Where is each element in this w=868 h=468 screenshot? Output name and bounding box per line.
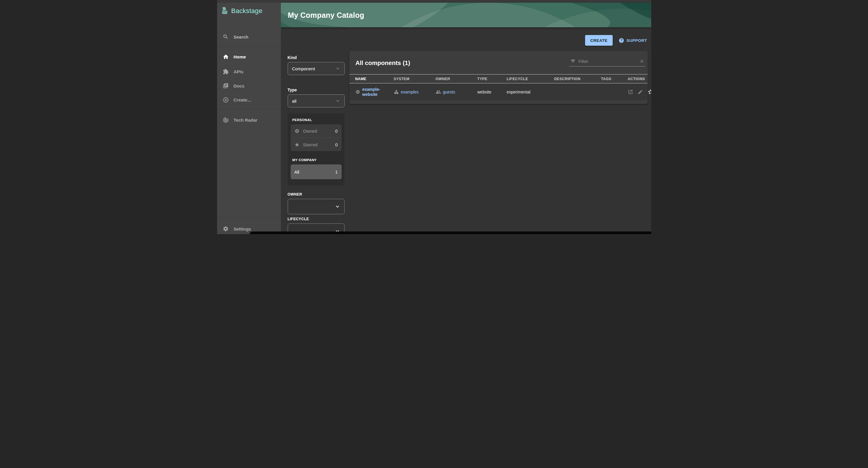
bottom-dock-bar: [250, 232, 651, 234]
sidebar-divider: [217, 109, 281, 109]
sidebar-item-home[interactable]: Home: [217, 51, 281, 63]
component-chip-icon: [355, 89, 360, 94]
table-title: All components (1): [355, 59, 410, 66]
owner-label: OWNER: [288, 192, 302, 197]
page-title: My Company Catalog: [288, 11, 365, 19]
kind-select[interactable]: Component: [288, 62, 345, 75]
all-filter-item[interactable]: All 1: [290, 165, 342, 179]
sidebar-item-label: Home: [234, 54, 246, 59]
sidebar-item-label: Tech Radar: [234, 118, 258, 123]
name-cell[interactable]: example-website: [355, 87, 394, 96]
actions-cell: [628, 89, 651, 95]
owned-count: 0: [335, 128, 338, 134]
group-icon: [436, 89, 441, 95]
column-header-system[interactable]: SYSTEM: [394, 77, 436, 81]
app-window: B Backstage Search Home APIs: [217, 0, 651, 234]
filter-list-icon: [570, 58, 576, 64]
entity-picker-card: PERSONAL Owned 0 Starred 0 MY COMPANY Al…: [288, 113, 345, 185]
column-header-lifecycle[interactable]: LIFECYCLE: [507, 77, 554, 81]
kind-label: Kind: [288, 55, 297, 60]
personal-header: PERSONAL: [290, 118, 342, 122]
help-icon: [619, 38, 624, 43]
svg-text:B: B: [222, 6, 226, 11]
edit-icon[interactable]: [638, 89, 643, 95]
sidebar-item-label: Search: [234, 34, 249, 39]
open-in-new-icon[interactable]: [628, 89, 633, 95]
top-strip: [217, 0, 651, 3]
sidebar-item-apis[interactable]: APIs: [217, 66, 281, 78]
components-table-panel: All components (1) NAME SYSTEM OWNER TYP…: [349, 51, 648, 104]
owner-link[interactable]: guests: [443, 90, 455, 94]
component-name-link[interactable]: example-website: [362, 87, 387, 96]
system-link[interactable]: examples: [401, 90, 419, 94]
starred-count: 0: [335, 142, 338, 147]
system-cell[interactable]: examples: [394, 89, 436, 94]
sidebar-item-docs[interactable]: Docs: [217, 80, 281, 92]
sidebar-item-label: APIs: [234, 69, 244, 74]
personal-group: Owned 0 Starred 0: [290, 124, 342, 151]
star-border-icon[interactable]: [647, 89, 651, 95]
table-row: example-website examples guests website …: [349, 83, 648, 100]
sidebar-item-label: Docs: [234, 83, 245, 88]
home-icon: [223, 54, 229, 60]
gear-icon: [223, 226, 229, 232]
sidebar-item-label: Create...: [234, 97, 251, 103]
system-category-icon: [394, 89, 399, 94]
column-header-name[interactable]: NAME: [355, 77, 394, 81]
add-circle-icon: [223, 97, 229, 103]
all-label: All: [294, 170, 300, 175]
sidebar-item-create[interactable]: Create...: [217, 94, 281, 106]
owned-label: Owned: [303, 128, 317, 134]
column-header-type[interactable]: TYPE: [477, 77, 507, 81]
docs-icon: [223, 83, 229, 89]
starred-filter-item[interactable]: Starred 0: [290, 138, 342, 151]
company-header: MY COMPANY: [290, 158, 342, 162]
page-header: My Company Catalog: [281, 3, 651, 27]
puzzle-icon: [223, 68, 229, 75]
create-button[interactable]: CREATE: [585, 35, 612, 46]
column-header-owner[interactable]: OWNER: [436, 77, 477, 81]
table-header-row: NAME SYSTEM OWNER TYPE LIFECYCLE DESCRIP…: [349, 74, 648, 83]
column-header-description[interactable]: DESCRIPTION: [554, 77, 601, 81]
sidebar-item-label: Settings: [234, 227, 251, 232]
chevron-down-icon: [334, 203, 341, 210]
sidebar: B Backstage Search Home APIs: [217, 3, 281, 234]
clear-filter-icon[interactable]: [639, 59, 644, 64]
all-count: 1: [335, 170, 338, 175]
owned-filter-item[interactable]: Owned 0: [290, 124, 342, 138]
type-select-value: all: [292, 98, 297, 104]
column-header-tags[interactable]: TAGS: [601, 77, 628, 81]
lifecycle-cell: experimental: [507, 90, 554, 94]
sidebar-divider: [217, 218, 281, 218]
support-label: SUPPORT: [627, 38, 647, 43]
radar-icon: [223, 117, 229, 123]
backstage-logo[interactable]: B Backstage: [221, 6, 262, 16]
backstage-logo-icon: B: [221, 6, 229, 16]
sidebar-divider: [217, 47, 281, 47]
kind-select-value: Component: [292, 66, 315, 71]
type-cell: website: [477, 90, 507, 94]
type-label: Type: [288, 88, 297, 92]
gear-icon: [294, 128, 300, 134]
table-filter-field[interactable]: [569, 57, 645, 66]
chevron-down-icon: [335, 98, 341, 104]
search-icon: [223, 34, 229, 40]
starred-label: Starred: [303, 142, 318, 147]
brand-name: Backstage: [231, 7, 262, 15]
lifecycle-label: LIFECYCLE: [288, 217, 309, 221]
sidebar-item-search[interactable]: Search: [217, 31, 281, 43]
filter-input[interactable]: [579, 59, 637, 64]
column-header-actions: ACTIONS: [628, 77, 645, 81]
chevron-down-icon: [335, 66, 341, 71]
support-button[interactable]: SUPPORT: [619, 38, 647, 43]
owner-cell[interactable]: guests: [436, 89, 477, 95]
type-select[interactable]: all: [288, 94, 345, 108]
star-icon: [294, 142, 300, 147]
sidebar-item-tech-radar[interactable]: Tech Radar: [217, 114, 281, 126]
owner-select[interactable]: [288, 199, 345, 214]
